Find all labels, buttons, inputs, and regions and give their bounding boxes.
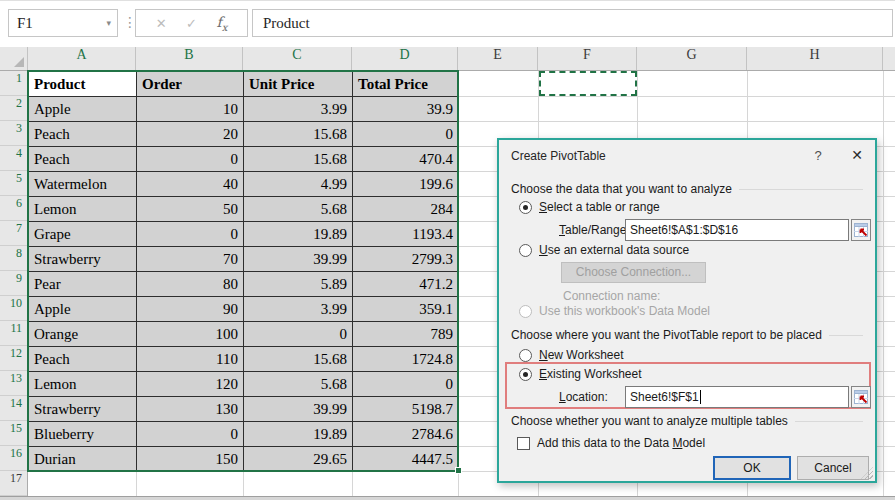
select-all-corner[interactable]	[0, 47, 28, 70]
help-icon[interactable]: ?	[809, 148, 827, 163]
row-header-13[interactable]: 13	[0, 371, 27, 396]
fill-handle[interactable]	[455, 467, 462, 474]
cell[interactable]: 470.4	[353, 147, 459, 172]
cell[interactable]: 0	[137, 222, 244, 247]
column-header-A[interactable]: A	[28, 47, 136, 70]
cell[interactable]: Orange	[29, 322, 137, 347]
cell[interactable]: 0	[353, 372, 459, 397]
cell[interactable]: 199.6	[353, 172, 459, 197]
radio-external-source[interactable]: Use an external data source	[519, 243, 689, 257]
cell[interactable]: 10	[137, 97, 244, 122]
cell[interactable]: Order	[137, 72, 244, 97]
row-header-16[interactable]: 16	[0, 446, 27, 471]
cell[interactable]: 39.99	[244, 247, 353, 272]
cell[interactable]: 40	[137, 172, 244, 197]
destination-cell-marquee[interactable]	[539, 71, 637, 96]
cell[interactable]: 15.68	[244, 147, 353, 172]
cell[interactable]: 284	[353, 197, 459, 222]
radio-select-table-or-range[interactable]: Select a table or range	[519, 200, 660, 214]
cell[interactable]: Peach	[29, 147, 137, 172]
cell[interactable]: Grape	[29, 222, 137, 247]
radio-existing-worksheet[interactable]: Existing Worksheet	[519, 367, 642, 381]
row-header-12[interactable]: 12	[0, 346, 27, 371]
cell[interactable]: 29.65	[244, 447, 353, 472]
cell[interactable]: 0	[137, 147, 244, 172]
location-input[interactable]: Sheet6!$F$1	[625, 386, 849, 408]
cell[interactable]: 0	[244, 322, 353, 347]
table-range-input[interactable]: Sheet6!$A$1:$D$16	[625, 219, 849, 241]
formula-input[interactable]: Product	[252, 9, 893, 37]
cell[interactable]: 3.99	[244, 97, 353, 122]
cell[interactable]: 120	[137, 372, 244, 397]
range-selector-icon[interactable]	[851, 219, 871, 241]
radio-new-worksheet[interactable]: New Worksheet	[519, 348, 623, 362]
row-header-8[interactable]: 8	[0, 246, 27, 271]
column-header-H[interactable]: H	[747, 47, 883, 70]
cell[interactable]: Peach	[29, 347, 137, 372]
cell[interactable]: 80	[137, 272, 244, 297]
row-header-2[interactable]: 2	[0, 96, 27, 121]
row-header-11[interactable]: 11	[0, 321, 27, 346]
cell[interactable]: Product	[29, 72, 137, 97]
row-header-3[interactable]: 3	[0, 121, 27, 146]
cell[interactable]: 15.68	[244, 347, 353, 372]
cell[interactable]: 19.89	[244, 422, 353, 447]
column-header-C[interactable]: C	[243, 47, 352, 70]
row-header-15[interactable]: 15	[0, 421, 27, 446]
cell[interactable]: 4.99	[244, 172, 353, 197]
row-header-5[interactable]: 5	[0, 171, 27, 196]
cell[interactable]: Unit Price	[244, 72, 353, 97]
name-box[interactable]: F1 ▾	[8, 9, 118, 37]
cell[interactable]: 5198.7	[353, 397, 459, 422]
row-header-1[interactable]: 1	[0, 71, 27, 96]
column-header-G[interactable]: G	[637, 47, 747, 70]
cell[interactable]: Apple	[29, 297, 137, 322]
column-header-B[interactable]: B	[136, 47, 243, 70]
cell[interactable]: 471.2	[353, 272, 459, 297]
cell[interactable]: 2799.3	[353, 247, 459, 272]
checkbox-add-data-model[interactable]: Add this data to the Data Model	[517, 436, 705, 450]
cell[interactable]: 5.68	[244, 197, 353, 222]
cell[interactable]: Watermelon	[29, 172, 137, 197]
range-selector-icon[interactable]	[851, 386, 871, 408]
close-icon[interactable]: ✕	[847, 147, 867, 163]
cell[interactable]: 150	[137, 447, 244, 472]
cell[interactable]: 110	[137, 347, 244, 372]
cell[interactable]: 39.9	[353, 97, 459, 122]
cell[interactable]: 70	[137, 247, 244, 272]
cell[interactable]: Apple	[29, 97, 137, 122]
row-header-9[interactable]: 9	[0, 271, 27, 296]
cell[interactable]: Total Price	[353, 72, 459, 97]
enter-entry-icon[interactable]: ✓	[186, 16, 197, 31]
cell[interactable]: Pear	[29, 272, 137, 297]
cell[interactable]: 2784.6	[353, 422, 459, 447]
row-header-10[interactable]: 10	[0, 296, 27, 321]
cell[interactable]: 1193.4	[353, 222, 459, 247]
cell[interactable]: 5.89	[244, 272, 353, 297]
cell[interactable]: 5.68	[244, 372, 353, 397]
cell[interactable]: Strawberry	[29, 247, 137, 272]
row-header-14[interactable]: 14	[0, 396, 27, 421]
cancel-button[interactable]: Cancel	[797, 456, 869, 480]
cancel-entry-icon[interactable]: ✕	[156, 16, 167, 31]
cell[interactable]: 100	[137, 322, 244, 347]
cell[interactable]: 19.89	[244, 222, 353, 247]
insert-function-icon[interactable]: fx	[216, 14, 227, 33]
cell[interactable]: 359.1	[353, 297, 459, 322]
cell[interactable]: 0	[137, 422, 244, 447]
cell[interactable]: Lemon	[29, 197, 137, 222]
cell[interactable]: 1724.8	[353, 347, 459, 372]
cell[interactable]: 4447.5	[353, 447, 459, 472]
cell[interactable]: 789	[353, 322, 459, 347]
cell[interactable]: 39.99	[244, 397, 353, 422]
cell[interactable]: 3.99	[244, 297, 353, 322]
row-header-7[interactable]: 7	[0, 221, 27, 246]
cell[interactable]: 20	[137, 122, 244, 147]
cell[interactable]: 0	[353, 122, 459, 147]
column-header-E[interactable]: E	[458, 47, 538, 70]
row-header-4[interactable]: 4	[0, 146, 27, 171]
row-header-6[interactable]: 6	[0, 196, 27, 221]
column-header-D[interactable]: D	[352, 47, 458, 70]
row-header-17[interactable]: 17	[0, 471, 27, 496]
cell[interactable]: 15.68	[244, 122, 353, 147]
